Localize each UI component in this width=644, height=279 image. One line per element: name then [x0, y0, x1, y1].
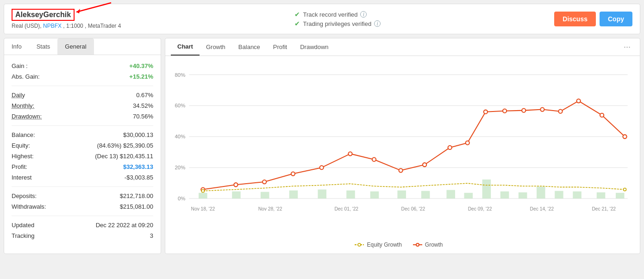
chart-tab-chart[interactable]: Chart	[171, 38, 200, 56]
svg-rect-17	[346, 191, 355, 199]
verify-track: ✔ Track record verified i	[294, 11, 381, 18]
drawdown-value: 70.56%	[133, 113, 153, 120]
discuss-button[interactable]: Discuss	[554, 12, 596, 26]
chart-tab-profit[interactable]: Profit	[267, 39, 294, 55]
abs-gain-label: Abs. Gain:	[12, 73, 40, 80]
divider1	[12, 86, 153, 86]
svg-point-44	[522, 109, 525, 112]
profit-value: $32,363.13	[123, 163, 153, 170]
withdrawals-label: Withdrawals:	[12, 203, 46, 210]
page-container: AlekseyGerchik Real (USD), NPBFX , 1:100…	[0, 0, 644, 258]
updated-value: Dec 22 2022 at 09:20	[96, 222, 153, 229]
equity-row: Equity: (84.63%) $25,390.05	[12, 140, 153, 151]
broker-link[interactable]: NPBFX	[43, 23, 62, 29]
legend-equity-label: Equity Growth	[367, 242, 401, 248]
equity-label: Equity:	[12, 142, 30, 149]
balance-row: Balance: $30,000.13	[12, 130, 153, 140]
daily-value: 0.67%	[136, 92, 153, 99]
drawdown-row: Drawdown: 70.56%	[12, 111, 153, 122]
highest-value: (Dec 13) $120,435.11	[95, 153, 153, 160]
chart-tabs: Chart Growth Balance Profit Drawdown ···	[165, 38, 640, 56]
svg-rect-25	[519, 192, 527, 198]
balance-label: Balance:	[12, 131, 35, 138]
svg-rect-19	[397, 191, 406, 199]
svg-rect-24	[500, 192, 509, 198]
svg-point-37	[372, 158, 376, 161]
svg-text:Dec 06, '22: Dec 06, '22	[401, 206, 425, 211]
chart-tab-drawdown[interactable]: Drawdown	[294, 39, 335, 55]
svg-point-33	[263, 180, 266, 184]
divider3	[12, 186, 153, 187]
svg-text:Dec 21, '22: Dec 21, '22	[592, 206, 616, 211]
legend-growth-label: Growth	[425, 242, 443, 248]
copy-button[interactable]: Copy	[600, 12, 632, 26]
profit-label: Profit:	[12, 163, 27, 170]
svg-line-0	[76, 3, 111, 12]
verify-trading-label: Trading privileges verified	[303, 20, 371, 27]
left-tabs: Info Stats General	[4, 38, 161, 55]
drawdown-label: Drawdown:	[12, 113, 42, 120]
withdrawals-value: $215,081.00	[120, 203, 153, 210]
monthly-label: Monthly:	[12, 102, 34, 109]
svg-point-40	[448, 146, 452, 149]
legend-equity-line-icon	[355, 242, 364, 247]
chart-tab-balance[interactable]: Balance	[232, 39, 267, 55]
interest-label: Interest	[12, 174, 31, 181]
svg-point-38	[399, 168, 403, 172]
profit-row: Profit: $32,363.13	[12, 161, 153, 172]
monthly-row: Monthly: 34.52%	[12, 100, 153, 111]
deposits-row: Deposits: $212,718.00	[12, 191, 153, 201]
svg-marker-1	[76, 9, 80, 13]
highest-label: Highest:	[12, 153, 34, 160]
svg-rect-26	[537, 186, 545, 198]
gain-row: Gain : +40.37%	[12, 61, 153, 71]
svg-point-62	[416, 243, 419, 246]
svg-point-32	[234, 183, 238, 186]
tab-general[interactable]: General	[57, 38, 94, 55]
chart-tab-growth[interactable]: Growth	[200, 39, 232, 55]
daily-row: Daily 0.67%	[12, 90, 153, 100]
svg-rect-14	[261, 192, 269, 198]
withdrawals-row: Withdrawals: $215,081.00	[12, 201, 153, 212]
svg-point-41	[466, 141, 469, 145]
interest-value: -$3,003.85	[125, 174, 153, 181]
chart-legend: Equity Growth Growth	[165, 238, 632, 254]
monthly-value: 34.52%	[133, 102, 153, 109]
svg-rect-15	[289, 191, 298, 199]
verify-track-info-icon[interactable]: i	[360, 11, 367, 18]
interest-row: Interest -$3,003.85	[12, 172, 153, 183]
svg-text:60%: 60%	[175, 103, 186, 108]
header: AlekseyGerchik Real (USD), NPBFX , 1:100…	[4, 4, 640, 34]
arrow-wrapper: AlekseyGerchik	[12, 9, 121, 21]
svg-rect-18	[370, 192, 379, 198]
svg-point-36	[348, 152, 352, 155]
tab-info[interactable]: Info	[4, 38, 29, 55]
svg-rect-22	[464, 193, 473, 198]
abs-gain-row: Abs. Gain: +15.21%	[12, 71, 153, 82]
svg-point-50	[201, 190, 204, 192]
svg-point-48	[600, 113, 604, 117]
svg-rect-20	[421, 191, 430, 198]
svg-point-39	[423, 163, 426, 167]
gain-label: Gain :	[12, 62, 28, 69]
tab-stats[interactable]: Stats	[29, 38, 58, 55]
chart-area: 80% 60% 40% 20% 0%	[165, 56, 640, 254]
svg-rect-27	[555, 191, 563, 198]
daily-label: Daily	[12, 92, 25, 99]
svg-rect-12	[199, 193, 207, 198]
updated-row: Updated Dec 22 2022 at 09:20	[12, 220, 153, 230]
verify-trading-info-icon[interactable]: i	[374, 20, 381, 27]
svg-text:20%: 20%	[175, 165, 186, 170]
svg-point-51	[623, 188, 626, 191]
svg-rect-28	[573, 192, 581, 198]
tracking-value: 3	[150, 232, 153, 239]
svg-text:Nov 18, '22: Nov 18, '22	[191, 206, 215, 211]
header-right: Discuss Copy	[554, 12, 632, 26]
red-arrow-icon	[72, 0, 113, 17]
chart-more-icon[interactable]: ···	[620, 38, 634, 56]
trader-name[interactable]: AlekseyGerchik	[12, 9, 75, 21]
highest-row: Highest: (Dec 13) $120,435.11	[12, 151, 153, 161]
chart-svg: 80% 60% 40% 20% 0%	[165, 61, 632, 236]
verify-track-label: Track record verified	[303, 11, 357, 18]
svg-point-49	[623, 135, 626, 138]
